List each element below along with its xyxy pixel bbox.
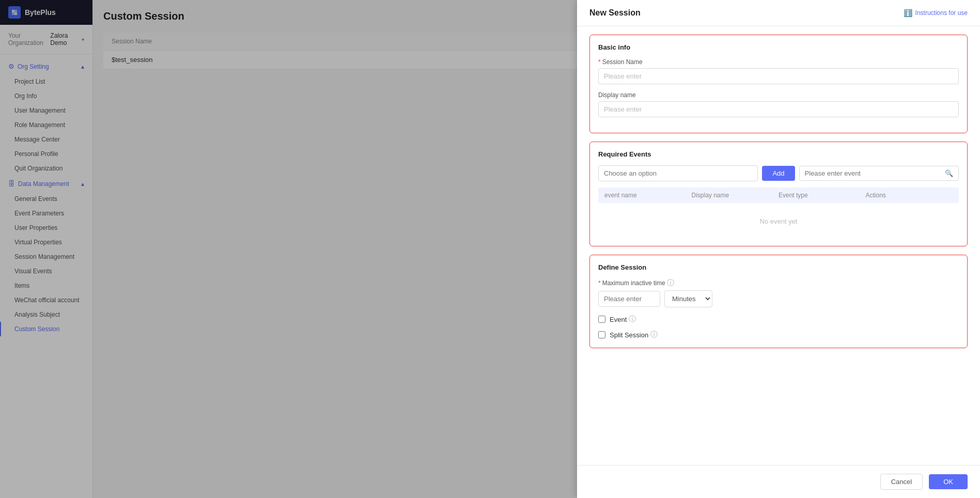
display-name-group: Display name [598, 91, 959, 117]
required-events-section: Required Events Add 🔍 event name Display… [589, 142, 968, 246]
split-session-info-icon[interactable]: ⓘ [650, 330, 658, 339]
max-inactive-inputs: Minutes Hours Seconds [598, 290, 959, 307]
events-empty-state: No event yet [598, 205, 959, 238]
events-controls-row: Add 🔍 [598, 165, 959, 181]
session-name-group: * Session Name [598, 58, 959, 84]
events-col-actions: Actions [866, 192, 953, 199]
event-info-icon[interactable]: ⓘ [629, 315, 636, 324]
choose-option-input[interactable] [598, 165, 758, 181]
split-session-checkbox-label[interactable]: Split Session ⓘ [610, 330, 658, 339]
max-inactive-info-icon[interactable]: ⓘ [667, 278, 674, 288]
new-session-modal: New Session ℹ️ Instructions for use Basi… [577, 0, 980, 498]
ok-button[interactable]: OK [929, 474, 968, 489]
session-name-input[interactable] [598, 68, 959, 84]
define-session-title: Define Session [598, 263, 959, 271]
info-circle-icon: ℹ️ [904, 9, 912, 17]
instructions-label: Instructions for use [915, 9, 968, 17]
event-checkbox-label[interactable]: Event ⓘ [610, 315, 636, 324]
events-col-type: Event type [779, 192, 866, 199]
time-unit-select[interactable]: Minutes Hours Seconds [664, 290, 712, 307]
display-name-input[interactable] [598, 101, 959, 117]
modal-overlay: New Session ℹ️ Instructions for use Basi… [0, 0, 980, 498]
cancel-button[interactable]: Cancel [880, 474, 923, 490]
add-event-button[interactable]: Add [762, 166, 795, 181]
event-checkbox-row: Event ⓘ [598, 315, 959, 324]
required-asterisk: * [598, 58, 601, 66]
basic-info-section: Basic info * Session Name Display name [589, 35, 968, 133]
events-table-header: event name Display name Event type Actio… [598, 188, 959, 203]
split-session-checkbox-row: Split Session ⓘ [598, 330, 959, 339]
split-session-checkbox[interactable] [598, 331, 605, 338]
modal-body: Basic info * Session Name Display name R… [577, 26, 980, 465]
instructions-link[interactable]: ℹ️ Instructions for use [904, 9, 968, 17]
max-inactive-input[interactable] [598, 291, 660, 307]
max-inactive-required: * [598, 279, 601, 287]
basic-info-title: Basic info [598, 43, 959, 51]
events-col-name: event name [604, 192, 692, 199]
search-icon[interactable]: 🔍 [945, 169, 953, 177]
display-name-label: Display name [598, 91, 959, 99]
session-name-label: * Session Name [598, 58, 959, 66]
required-events-title: Required Events [598, 150, 959, 158]
modal-header: New Session ℹ️ Instructions for use [577, 0, 980, 26]
max-inactive-label: * Maximum inactive time ⓘ [598, 278, 959, 288]
events-col-display: Display name [692, 192, 779, 199]
max-inactive-group: * Maximum inactive time ⓘ Minutes Hours … [598, 278, 959, 307]
modal-footer: Cancel OK [577, 465, 980, 498]
define-session-section: Define Session * Maximum inactive time ⓘ… [589, 255, 968, 348]
event-search-container: 🔍 [799, 166, 959, 181]
event-checkbox[interactable] [598, 316, 605, 323]
modal-title: New Session [589, 8, 641, 18]
event-search-input[interactable] [805, 169, 942, 177]
